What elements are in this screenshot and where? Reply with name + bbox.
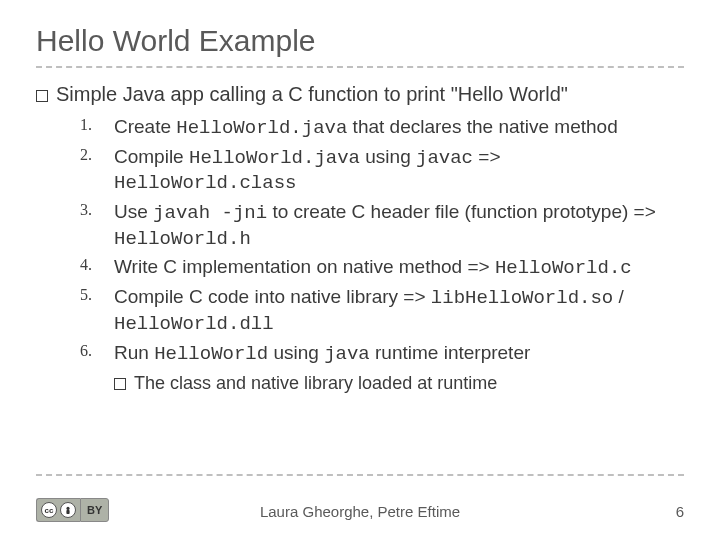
code: java bbox=[324, 343, 370, 365]
code: HelloWorld.c bbox=[495, 257, 632, 279]
page-number: 6 bbox=[676, 503, 684, 520]
intro-line: Simple Java app calling a C function to … bbox=[36, 82, 684, 107]
slide: Hello World Example Simple Java app call… bbox=[0, 0, 720, 540]
code: HelloWorld.h bbox=[114, 228, 251, 250]
text: Compile C code into native library => bbox=[114, 286, 431, 307]
text: runtime interpreter bbox=[370, 342, 531, 363]
intro-text: Simple Java app calling a C function to … bbox=[56, 83, 451, 105]
sub-note-text: The class and native library loaded at r… bbox=[134, 373, 497, 393]
step-5: Compile C code into native library => li… bbox=[80, 283, 684, 338]
step-1: Create HelloWorld.java that declares the… bbox=[80, 113, 684, 143]
code: HelloWorld.class bbox=[114, 172, 296, 194]
text: Create bbox=[114, 116, 176, 137]
text: => bbox=[473, 146, 500, 167]
code: HelloWorld.dll bbox=[114, 313, 274, 335]
text: that declares the native method bbox=[347, 116, 617, 137]
title-divider bbox=[36, 66, 684, 68]
text: using bbox=[360, 146, 416, 167]
step-2: Compile HelloWorld.java using javac => H… bbox=[80, 143, 684, 198]
footer-divider bbox=[36, 474, 684, 476]
steps-list: Create HelloWorld.java that declares the… bbox=[36, 113, 684, 368]
code: javac bbox=[416, 147, 473, 169]
step-3: Use javah -jni to create C header file (… bbox=[80, 198, 684, 253]
code: libHelloWorld.so bbox=[431, 287, 613, 309]
step-6: Run HelloWorld using java runtime interp… bbox=[80, 339, 684, 369]
text: Run bbox=[114, 342, 154, 363]
code: HelloWorld bbox=[154, 343, 268, 365]
text: Write C implementation on native method … bbox=[114, 256, 495, 277]
text: Compile bbox=[114, 146, 189, 167]
authors: Laura Gheorghe, Petre Eftime bbox=[0, 503, 720, 520]
text: using bbox=[268, 342, 324, 363]
sub-note: The class and native library loaded at r… bbox=[114, 372, 684, 395]
code: javah -jni bbox=[153, 202, 267, 224]
text: Use bbox=[114, 201, 153, 222]
bullet-square-icon bbox=[36, 90, 48, 102]
code: HelloWorld.java bbox=[189, 147, 360, 169]
text: to create C header file (function protot… bbox=[267, 201, 656, 222]
slide-title: Hello World Example bbox=[36, 24, 684, 58]
bullet-square-icon bbox=[114, 378, 126, 390]
intro-quote: "Hello World" bbox=[451, 83, 568, 105]
code: HelloWorld.java bbox=[176, 117, 347, 139]
text: / bbox=[613, 286, 624, 307]
step-4: Write C implementation on native method … bbox=[80, 253, 684, 283]
